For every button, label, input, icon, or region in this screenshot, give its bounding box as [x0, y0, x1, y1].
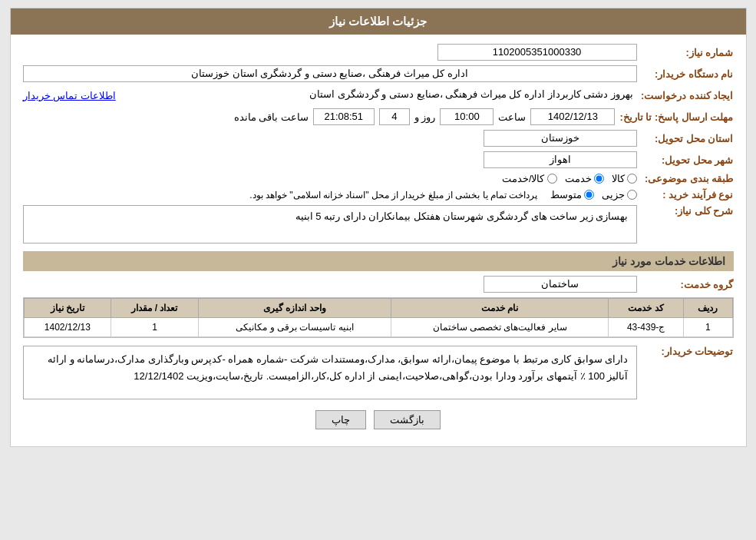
sharh-value: بهسازی زیر ساخت های گردشگری شهرستان هفتک…: [23, 205, 637, 243]
cell-radif: 1: [684, 318, 732, 337]
col-tarikh: تاریخ نیاز: [24, 299, 111, 318]
cell-name: سایر فعالیت‌های تخصصی ساختمان: [391, 318, 609, 337]
tabaghe-khedmat-item: خدمت: [565, 173, 604, 184]
farayand-motavaset-radio[interactable]: [584, 190, 594, 200]
cell-tarikh: 1402/12/13: [24, 318, 111, 337]
farayand-jozi-item: جزیی: [602, 189, 637, 200]
shahr-row: شهر محل تحویل: اهواز: [23, 151, 734, 168]
nam-dastgah-label: نام دستگاه خریدار:: [642, 68, 734, 80]
khadamat-section-header: اطلاعات خدمات مورد نیاز: [23, 251, 734, 271]
farayand-row: نوع فرآیند خرید : جزیی متوسط پرداخت تمام…: [23, 189, 734, 200]
ijad-konandeh-row: ایجاد کننده درخواست: بهروز دشتی کاربرداز…: [23, 87, 734, 104]
col-code: کد خدمت: [609, 299, 684, 318]
bazgasht-button[interactable]: بازگشت: [374, 410, 441, 429]
tabaghe-radio-group: کالا خدمت کالا/خدمت: [502, 173, 637, 184]
tabaghe-kala-label: کالا: [612, 173, 625, 184]
table-header-row: ردیف کد خدمت نام خدمت واحد اندازه گیری ت…: [24, 299, 732, 318]
gorohe-khedmat-value: ساختمان: [484, 276, 637, 293]
mande-saat-label: ساعت باقی مانده: [234, 111, 309, 123]
ijad-konandeh-link[interactable]: اطلاعات تماس خریدار: [23, 90, 116, 101]
farayand-motavaset-label: متوسط: [550, 189, 582, 200]
ijad-konandeh-value: بهروز دشتی کاربرداز اداره کل میراث فرهنگ…: [120, 87, 636, 104]
tabaghe-row: طبقه بندی موضوعی: کالا خدمت کالا/خدمت: [23, 173, 734, 184]
farayand-jozi-label: جزیی: [602, 189, 625, 200]
farayand-jozi-radio[interactable]: [627, 190, 637, 200]
tabaghe-kala-radio[interactable]: [627, 174, 637, 184]
rooz-value: 4: [379, 108, 410, 125]
farayand-extra-text: پرداخت تمام یا بخشی از مبلغ خریدار از مح…: [249, 190, 537, 200]
page-title: جزئیات اطلاعات نیاز: [329, 15, 427, 28]
cell-vahed: ابنیه تاسیسات برقی و مکانیکی: [198, 318, 391, 337]
nam-dastgah-row: نام دستگاه خریدار: اداره کل میراث فرهنگی…: [23, 65, 734, 82]
main-container: جزئیات اطلاعات نیاز شماره نیاز: 11020053…: [10, 8, 747, 447]
sharh-label: شرح کلی نیاز:: [642, 205, 734, 217]
col-name: نام خدمت: [391, 299, 609, 318]
sharh-row: شرح کلی نیاز: بهسازی زیر ساخت های گردشگر…: [23, 205, 734, 243]
gorohe-khedmat-row: گروه خدمت: ساختمان: [23, 276, 734, 293]
tarikh-niaz-value: 1402/12/13: [530, 108, 615, 125]
shomara-niaz-value: 1102005351000330: [437, 44, 637, 61]
nam-dastgah-value: اداره کل میراث فرهنگی ،صنایع دستی و گردش…: [23, 65, 637, 82]
farayand-radio-group: جزیی متوسط: [550, 189, 637, 200]
cell-code: ج-439-43: [609, 318, 684, 337]
rooz-label: روز و: [414, 111, 436, 123]
mohlat-row: مهلت ارسال پاسخ: تا تاریخ: 1402/12/13 سا…: [23, 108, 734, 125]
ostan-value: خوزستان: [484, 130, 637, 147]
gorohe-khedmat-label: گروه خدمت:: [642, 279, 734, 290]
tawzih-value: دارای سوابق کاری مرتبط با موضوع پیمان،ار…: [23, 346, 637, 399]
shahr-label: شهر محل تحویل:: [642, 154, 734, 166]
tabaghe-kala-khedmat-label: کالا/خدمت: [502, 173, 545, 184]
ostan-row: استان محل تحویل: خوزستان: [23, 130, 734, 147]
page-header: جزئیات اطلاعات نیاز: [11, 8, 746, 35]
shahr-value: اهواز: [484, 151, 637, 168]
tabaghe-kala-khedmat-radio[interactable]: [547, 174, 557, 184]
cell-tedad: 1: [111, 318, 199, 337]
col-tedad: تعداد / مقدار: [111, 299, 199, 318]
col-vahed: واحد اندازه گیری: [198, 299, 391, 318]
mande-saat-value: 21:08:51: [313, 108, 375, 125]
farayand-label: نوع فرآیند خرید :: [642, 189, 734, 200]
mohlat-label: مهلت ارسال پاسخ: تا تاریخ:: [619, 111, 733, 123]
buttons-row: بازگشت چاپ: [23, 410, 734, 437]
saat-value: 10:00: [440, 108, 494, 125]
chap-button[interactable]: چاپ: [315, 410, 366, 429]
services-table-container: ردیف کد خدمت نام خدمت واحد اندازه گیری ت…: [23, 297, 734, 338]
col-radif: ردیف: [684, 299, 732, 318]
tabaghe-kala-khedmat-item: کالا/خدمت: [502, 173, 557, 184]
tawzih-label: توضیحات خریدار:: [642, 346, 734, 357]
farayand-motavaset-item: متوسط: [550, 189, 594, 200]
tabaghe-khedmat-label: خدمت: [565, 173, 592, 184]
ijad-konandeh-label: ایجاد کننده درخواست:: [641, 90, 734, 101]
shomara-niaz-label: شماره نیاز:: [642, 47, 734, 58]
content-area: شماره نیاز: 1102005351000330 نام دستگاه …: [11, 35, 746, 446]
tabaghe-khedmat-radio[interactable]: [594, 174, 604, 184]
saat-label: ساعت: [498, 111, 526, 123]
tawzih-row: توضیحات خریدار: دارای سوابق کاری مرتبط ب…: [23, 346, 734, 399]
shomara-niaz-row: شماره نیاز: 1102005351000330: [23, 44, 734, 61]
table-row: 1 ج-439-43 سایر فعالیت‌های تخصصی ساختمان…: [24, 318, 732, 337]
ostan-label: استان محل تحویل:: [642, 133, 734, 144]
services-table: ردیف کد خدمت نام خدمت واحد اندازه گیری ت…: [24, 298, 733, 337]
tabaghe-label: طبقه بندی موضوعی:: [642, 173, 734, 184]
tabaghe-kala-item: کالا: [612, 173, 637, 184]
